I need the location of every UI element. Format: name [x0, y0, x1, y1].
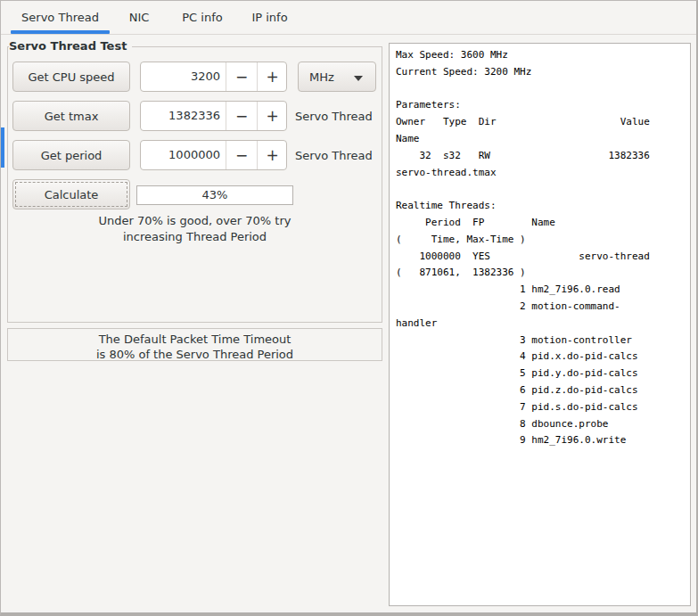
- minus-icon: −: [235, 107, 248, 125]
- minus-icon: −: [235, 68, 248, 86]
- plus-icon: +: [266, 107, 278, 125]
- packet-timeout-line-1: The Default Packet Time Timeout: [8, 332, 382, 347]
- get-period-button[interactable]: Get period: [12, 140, 130, 170]
- result-field[interactable]: 43%: [136, 185, 293, 205]
- packet-timeout-line-2: is 80% of the Servo Thread Period: [8, 347, 382, 362]
- tab-nic-label: NIC: [129, 11, 150, 24]
- cpu-speed-spinbox: 3200 − +: [140, 62, 287, 92]
- tmax-increment-button[interactable]: +: [257, 102, 287, 130]
- output-textview[interactable]: Max Speed: 3600 MHz Current Speed: 3200 …: [389, 43, 691, 606]
- frame-title: Servo Thread Test: [9, 39, 132, 53]
- tab-ip-info-label: IP info: [251, 11, 287, 24]
- get-cpu-speed-button[interactable]: Get CPU speed: [12, 62, 130, 92]
- calculate-button[interactable]: Calculate: [12, 179, 130, 209]
- tmax-thread-label: Servo Thread: [295, 101, 373, 131]
- tab-pc-info-label: PC info: [182, 11, 222, 24]
- tmax-decrement-button[interactable]: −: [226, 102, 257, 130]
- period-decrement-button[interactable]: −: [226, 141, 257, 169]
- tab-servo-thread[interactable]: Servo Thread: [11, 1, 110, 34]
- servo-thread-test-frame: Servo Thread Test Get CPU speed 3200 − +…: [7, 46, 382, 323]
- period-value[interactable]: 1000000: [141, 141, 226, 169]
- plus-icon: +: [266, 68, 278, 86]
- left-accent-bar: [1, 127, 4, 168]
- tab-servo-thread-label: Servo Thread: [21, 11, 99, 24]
- mhz-dropdown[interactable]: MHz: [298, 62, 376, 92]
- tab-nic[interactable]: NIC: [118, 1, 160, 34]
- plus-icon: +: [266, 146, 278, 164]
- hint-line-1: Under 70% is good, over 70% try: [8, 213, 382, 229]
- active-tab-indicator: [11, 30, 110, 34]
- dropdown-arrow-icon: [354, 76, 363, 81]
- cpu-speed-value[interactable]: 3200: [141, 62, 226, 91]
- minus-icon: −: [235, 146, 248, 164]
- cpu-speed-decrement-button[interactable]: −: [226, 62, 257, 91]
- period-increment-button[interactable]: +: [257, 141, 287, 169]
- tab-pc-info[interactable]: PC info: [172, 1, 233, 34]
- tmax-spinbox: 1382336 − +: [140, 101, 287, 131]
- packet-timeout-note: The Default Packet Time Timeout is 80% o…: [7, 328, 382, 361]
- get-tmax-button[interactable]: Get tmax: [12, 101, 130, 131]
- period-spinbox: 1000000 − +: [140, 140, 287, 170]
- hint-line-2: increasing Thread Period: [8, 229, 382, 245]
- period-thread-label: Servo Thread: [295, 140, 373, 170]
- output-text: Max Speed: 3600 MHz Current Speed: 3200 …: [390, 44, 690, 449]
- app-window: Servo Thread NIC PC info IP info Servo T…: [0, 0, 698, 616]
- tmax-value[interactable]: 1382336: [141, 102, 226, 130]
- tab-ip-info[interactable]: IP info: [242, 1, 298, 34]
- hint-text: Under 70% is good, over 70% try increasi…: [8, 213, 382, 244]
- tab-bar: Servo Thread NIC PC info IP info: [1, 1, 696, 35]
- mhz-dropdown-value: MHz: [309, 70, 334, 84]
- cpu-speed-increment-button[interactable]: +: [257, 62, 287, 91]
